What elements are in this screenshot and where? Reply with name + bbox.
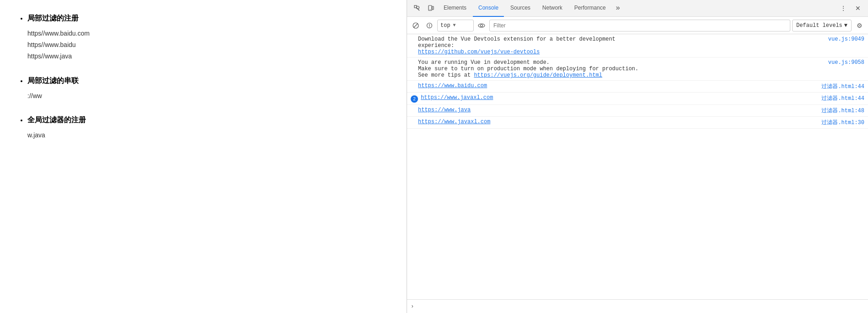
log-source-filter48[interactable]: 过滤器.html:48 (821, 107, 864, 115)
topbar-right: ⋮ ✕ (837, 2, 864, 15)
section-1-line-2: https//www.baidu (27, 39, 388, 51)
pause-on-exception-icon[interactable] (423, 20, 435, 31)
svg-rect-3 (432, 6, 434, 10)
javaxl-link-1[interactable]: https://www.javaxl.com (421, 94, 493, 101)
eye-icon[interactable] (476, 20, 487, 31)
section-2-content: ://ww (27, 90, 388, 102)
log-entry-vue-devtools: Download the Vue Devtools extension for … (407, 34, 868, 57)
dots-menu-icon[interactable]: ⋮ (837, 2, 850, 15)
section-3-line-1: w.java (27, 130, 388, 141)
log-text-vue-devtools: Download the Vue Devtools extension for … (418, 36, 823, 55)
log-text-javaxl-2: https://www.javaxl.com (418, 119, 816, 125)
log-text-baidu: https://www.baidu.com (418, 83, 816, 89)
tab-sources[interactable]: Sources (505, 0, 536, 17)
log-entry-javaxl-badge: 2 https://www.javaxl.com 过滤器.html:44 (407, 93, 868, 105)
log-badge-2: 2 (411, 95, 418, 103)
default-levels-arrow: ▼ (844, 22, 847, 29)
section-1-line-1: https//www.baidu.com (27, 28, 388, 39)
log-source-vue9058[interactable]: vue.js:9058 (828, 59, 864, 66)
filter-input[interactable] (489, 20, 790, 31)
more-tabs-icon[interactable]: » (614, 4, 622, 12)
log-entry-java: https://www.java 过滤器.html:48 (407, 105, 868, 117)
section-3: 全局过滤器的注册 w.java (27, 115, 388, 141)
svg-point-4 (430, 9, 431, 10)
log-entry-baidu: https://www.baidu.com 过滤器.html:44 (407, 81, 868, 93)
device-icon[interactable] (424, 2, 437, 15)
default-levels-button[interactable]: Default levels ▼ (792, 20, 852, 31)
vue-devtools-link[interactable]: https://github.com/vuejs/vue-devtools (418, 49, 540, 55)
log-entry-javaxl-2: https://www.javaxl.com 过滤器.html:30 (407, 117, 868, 129)
settings-icon[interactable]: ⚙ (853, 20, 865, 31)
console-prompt-icon: › (411, 303, 414, 310)
log-entry-vue-dev-mode: You are running Vue in development mode.… (407, 57, 868, 81)
java-link[interactable]: https://www.java (418, 107, 471, 113)
log-source-filter44b[interactable]: 过滤器.html:44 (821, 94, 864, 102)
svg-point-8 (481, 24, 483, 26)
section-3-content: w.java (27, 130, 388, 141)
tab-network[interactable]: Network (537, 0, 568, 17)
clear-console-icon[interactable] (410, 20, 422, 31)
section-2-title: 局部过滤的串联 (27, 76, 388, 86)
javaxl-link-2[interactable]: https://www.javaxl.com (418, 119, 490, 125)
console-input-row: › (407, 299, 868, 313)
tab-console[interactable]: Console (473, 0, 504, 17)
devtools-topbar: Elements Console Sources Network Perform… (407, 0, 868, 17)
section-1-title: 局部过滤的注册 (27, 14, 388, 23)
context-value: top (440, 22, 450, 29)
context-selector[interactable]: top ▼ (437, 20, 474, 31)
vue-deployment-link[interactable]: https://vuejs.org/guide/deployment.html (474, 72, 602, 78)
inspect-icon[interactable] (411, 2, 423, 15)
log-text-java: https://www.java (418, 107, 816, 113)
tab-elements[interactable]: Elements (438, 0, 472, 17)
log-source-vue9049[interactable]: vue.js:9049 (828, 36, 864, 42)
console-input[interactable] (417, 303, 864, 310)
tab-performance[interactable]: Performance (569, 0, 611, 17)
console-log-area: Download the Vue Devtools extension for … (407, 34, 868, 299)
log-source-filter44a[interactable]: 过滤器.html:44 (821, 83, 864, 90)
log-text-vue-dev-mode: You are running Vue in development mode.… (418, 59, 823, 78)
log-text-javaxl: https://www.javaxl.com (421, 94, 816, 101)
context-dropdown-arrow: ▼ (453, 23, 456, 28)
log-source-filter30[interactable]: 过滤器.html:30 (821, 119, 864, 126)
left-panel: 局部过滤的注册 https//www.baidu.com https//www.… (0, 0, 407, 313)
section-1-line-3: https//www.java (27, 51, 388, 62)
console-toolbar: top ▼ Default levels ▼ ⚙ (407, 17, 868, 34)
section-1: 局部过滤的注册 https//www.baidu.com https//www.… (27, 14, 388, 63)
default-levels-label: Default levels (796, 22, 842, 29)
section-2: 局部过滤的串联 ://ww (27, 76, 388, 102)
section-2-line-1: ://ww (27, 90, 388, 102)
section-1-content: https//www.baidu.com https//www.baidu ht… (27, 28, 388, 63)
baidu-link[interactable]: https://www.baidu.com (418, 83, 487, 89)
close-devtools-icon[interactable]: ✕ (852, 2, 864, 15)
section-3-title: 全局过滤器的注册 (27, 115, 388, 125)
devtools-panel: Elements Console Sources Network Perform… (407, 0, 868, 313)
